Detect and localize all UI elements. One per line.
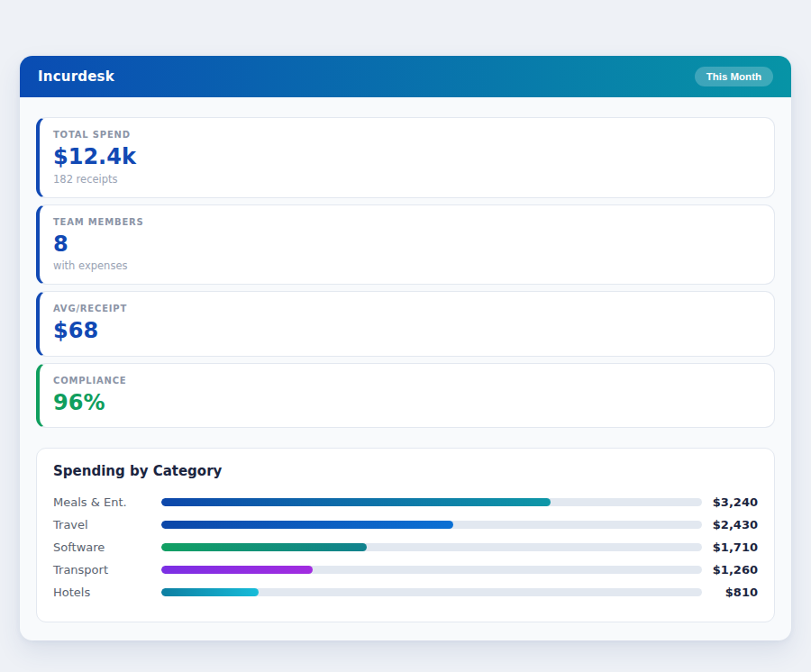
category-label: Transport bbox=[53, 563, 154, 577]
stat-value: 96% bbox=[53, 391, 759, 416]
stat-label: TEAM MEMBERS bbox=[53, 217, 759, 227]
bar-track bbox=[161, 498, 702, 506]
bar-fill bbox=[161, 588, 259, 596]
bar-fill bbox=[161, 543, 367, 551]
category-value: $1,260 bbox=[709, 563, 758, 577]
stat-value: $68 bbox=[53, 319, 759, 344]
stat-subtext: 182 receipts bbox=[53, 173, 759, 186]
stat-value: 8 bbox=[53, 232, 759, 258]
app-panel: Incurdesk This Month TOTAL SPEND $12.4k … bbox=[20, 56, 791, 640]
chart-row: Transport $1,260 bbox=[53, 558, 758, 581]
bar-fill bbox=[161, 521, 453, 529]
stat-value: $12.4k bbox=[53, 145, 759, 170]
stat-card-compliance: COMPLIANCE 96% bbox=[36, 363, 775, 429]
stat-label: COMPLIANCE bbox=[53, 376, 759, 386]
chart-row: Hotels $810 bbox=[53, 581, 758, 604]
chart-row: Travel $2,430 bbox=[53, 513, 758, 536]
chart-row: Meals & Ent. $3,240 bbox=[53, 491, 758, 513]
stat-card-team-members: TEAM MEMBERS 8 with expenses bbox=[36, 204, 775, 286]
stat-card-avg-receipt: AVG/RECEIPT $68 bbox=[36, 291, 775, 357]
bar-fill bbox=[161, 498, 551, 506]
category-label: Hotels bbox=[53, 586, 154, 599]
bar-fill bbox=[161, 566, 313, 574]
bar-track bbox=[161, 521, 702, 529]
category-label: Travel bbox=[53, 518, 154, 531]
category-label: Meals & Ent. bbox=[53, 495, 154, 509]
bar-track bbox=[161, 588, 702, 596]
stat-label: AVG/RECEIPT bbox=[53, 304, 759, 313]
spending-by-category-card: Spending by Category Meals & Ent. $3,240… bbox=[36, 448, 775, 622]
dashboard-content: TOTAL SPEND $12.4k 182 receipts TEAM MEM… bbox=[20, 97, 791, 640]
stat-label: TOTAL SPEND bbox=[53, 130, 759, 140]
category-value: $3,240 bbox=[709, 495, 758, 509]
chart-row: Software $1,710 bbox=[53, 536, 758, 558]
stat-subtext: with expenses bbox=[53, 259, 759, 272]
bar-track bbox=[161, 566, 702, 574]
category-value: $1,710 bbox=[709, 540, 758, 554]
chart-title: Spending by Category bbox=[53, 463, 758, 479]
stat-card-total-spend: TOTAL SPEND $12.4k 182 receipts bbox=[36, 117, 775, 198]
app-title: Incurdesk bbox=[38, 68, 114, 85]
category-value: $810 bbox=[709, 586, 758, 599]
category-value: $2,430 bbox=[709, 518, 758, 531]
bar-track bbox=[161, 543, 702, 551]
period-badge[interactable]: This Month bbox=[695, 67, 773, 86]
app-header: Incurdesk This Month bbox=[20, 56, 791, 97]
category-label: Software bbox=[53, 540, 154, 554]
